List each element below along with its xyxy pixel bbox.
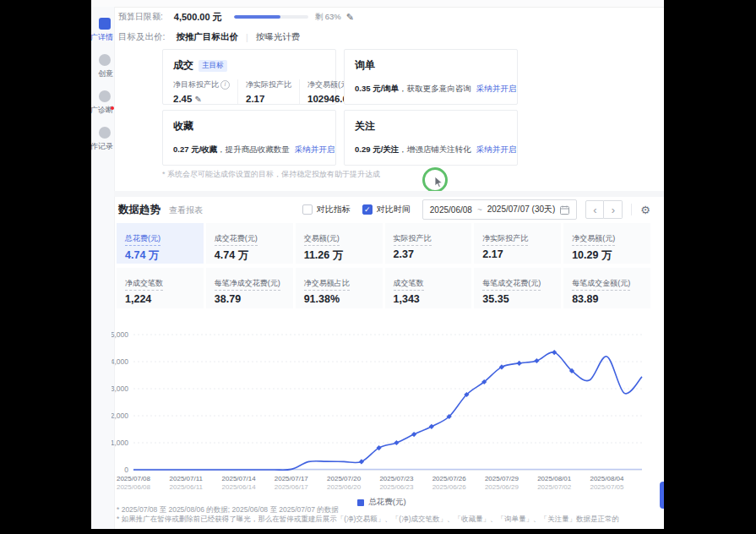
sidebar-item-操作记录[interactable]: 操作记录 bbox=[91, 127, 114, 152]
bidding-row: 目标及出价: 按推广目标出价 | 按曝光计费 bbox=[118, 31, 300, 43]
tab-divider: | bbox=[246, 32, 248, 42]
metric-card-value: 35.35 bbox=[482, 293, 552, 305]
goal-metric-label: 净目标投产比i bbox=[173, 79, 230, 90]
goal-card-price: 0.29 元/关注 bbox=[355, 144, 399, 154]
compare-time-label: 对比时间 bbox=[377, 204, 411, 215]
calendar-icon bbox=[560, 205, 569, 215]
metric-card-总花费(元)[interactable]: 总花费(元)4.74 万0.00 bbox=[117, 223, 204, 264]
adopt-and-enable-link[interactable]: 采纳并开启 bbox=[476, 84, 517, 93]
svg-text:2025/07/08: 2025/07/08 bbox=[117, 475, 151, 482]
svg-text:5,000: 5,000 bbox=[111, 330, 128, 339]
goal-card-title: 询单 bbox=[355, 58, 375, 73]
svg-text:2025/07/14: 2025/07/14 bbox=[222, 475, 257, 482]
trend-line-chart[interactable]: 01,0002,0003,0004,0005,0002025/07/082025… bbox=[111, 328, 652, 497]
metric-card-label: 每笔净成交花费(元) bbox=[215, 278, 280, 291]
metric-card-row: 净成交笔数1,2240每笔净成交花费(元)38.790.00净交易额占比91.3… bbox=[117, 268, 650, 308]
sidebar-item-推广详情[interactable]: 推广详情 bbox=[91, 18, 114, 43]
metric-card-compare-value: 0.00 bbox=[215, 307, 285, 308]
compare-time-toggle[interactable]: ✓ 对比时间 bbox=[362, 204, 411, 215]
svg-text:2025/06/14: 2025/06/14 bbox=[222, 483, 257, 491]
budget-amount: 4,500.00 元 bbox=[174, 11, 222, 24]
metric-card-实际投产比[interactable]: 实际投产比2.370.00 bbox=[385, 223, 472, 264]
side-drawer-pill[interactable] bbox=[660, 482, 664, 509]
sidebar-item-label: 推广诊断 bbox=[91, 105, 113, 116]
metric-card-净交易额(元)[interactable]: 净交易额(元)10.29 万0.00 bbox=[563, 223, 650, 264]
metric-card-label: 净实际投产比 bbox=[482, 233, 528, 246]
metric-card-每笔净成交花费(元)[interactable]: 每笔净成交花费(元)38.790.00 bbox=[206, 268, 293, 308]
metric-card-净实际投产比[interactable]: 净实际投产比2.170.00 bbox=[474, 223, 561, 264]
sidebar-item-推广诊断[interactable]: 推广诊断 bbox=[91, 90, 114, 116]
settings-gear-icon[interactable]: ⚙ bbox=[640, 204, 650, 216]
goal-card-关注[interactable]: 关注0.29 元/关注，增强店铺关注转化采纳并开启 bbox=[344, 110, 518, 166]
prev-period-button[interactable]: ‹ bbox=[585, 200, 604, 219]
goal-metric-value: 2.17 bbox=[246, 94, 291, 104]
controls-divider bbox=[631, 204, 632, 215]
edit-icon[interactable]: ✎ bbox=[194, 95, 201, 104]
metric-card-compare-value: 0 bbox=[394, 307, 464, 308]
metric-card-value: 38.79 bbox=[215, 293, 285, 305]
metric-card-label: 总花费(元) bbox=[125, 233, 160, 246]
adopt-and-enable-link[interactable]: 采纳并开启 bbox=[476, 144, 517, 154]
metric-card-成交花费(元)[interactable]: 成交花费(元)4.74 万0.00 bbox=[206, 223, 293, 264]
metric-card-label: 实际投产比 bbox=[394, 233, 432, 246]
section-separator bbox=[114, 191, 664, 197]
svg-text:2025/07/17: 2025/07/17 bbox=[275, 475, 309, 482]
next-period-button[interactable]: › bbox=[604, 200, 623, 219]
goal-card-title-row: 成交主目标 bbox=[173, 58, 325, 73]
date-range-start[interactable]: 2025/06/08 bbox=[430, 205, 472, 215]
view-report-link[interactable]: 查看报表 bbox=[169, 204, 203, 216]
bidding-label: 目标及出价: bbox=[118, 31, 165, 43]
goal-card-title: 成交 bbox=[173, 58, 193, 73]
budget-edit-icon[interactable]: ✎ bbox=[346, 12, 354, 23]
svg-text:2025/07/29: 2025/07/29 bbox=[485, 475, 519, 482]
budget-remaining-label: 剩 63% bbox=[315, 12, 341, 23]
compare-metric-label: 对比指标 bbox=[317, 204, 351, 215]
goal-metric-label: 净实际投产比 bbox=[246, 79, 291, 90]
metric-card-value: 91.38% bbox=[304, 293, 374, 305]
metric-card-净成交笔数[interactable]: 净成交笔数1,2240 bbox=[117, 268, 204, 308]
compare-metric-toggle[interactable]: 对比指标 bbox=[302, 204, 351, 215]
sidebar-item-icon bbox=[99, 127, 111, 139]
tab-bid-by-goal[interactable]: 按推广目标出价 bbox=[176, 31, 238, 43]
svg-text:1,000: 1,000 bbox=[111, 439, 128, 447]
metric-card-每笔成交金额(元)[interactable]: 每笔成交金额(元)83.890.00 bbox=[563, 268, 650, 308]
notification-dot bbox=[111, 106, 114, 110]
metric-card-label: 成交笔数 bbox=[394, 278, 424, 291]
goal-card-metrics: 净目标投产比i2.45✎净实际投产比2.17净交易额(元)102946.60 bbox=[173, 79, 325, 104]
date-range-picker[interactable]: 2025/06/08 ~ 2025/07/07 (30天) bbox=[422, 199, 578, 220]
goal-card-title-row: 关注 bbox=[355, 119, 507, 134]
metric-cards: 总花费(元)4.74 万0.00成交花费(元)4.74 万0.00交易额(元)1… bbox=[117, 223, 650, 313]
goal-card-description: 0.27 元/收藏，提升商品收藏数量采纳并开启 bbox=[173, 144, 325, 155]
info-icon[interactable]: i bbox=[220, 80, 230, 90]
sidebar-item-创意[interactable]: 创意 bbox=[91, 54, 114, 79]
metric-card-成交笔数[interactable]: 成交笔数1,3430 bbox=[385, 268, 472, 308]
svg-text:2025/06/26: 2025/06/26 bbox=[432, 483, 467, 491]
svg-text:4,000: 4,000 bbox=[111, 357, 128, 366]
sidebar-item-label: 创意 bbox=[91, 68, 113, 79]
compare-time-checkbox[interactable]: ✓ bbox=[362, 204, 373, 215]
goal-card-成交[interactable]: 成交主目标净目标投产比i2.45✎净实际投产比2.17净交易额(元)102946… bbox=[162, 49, 336, 105]
goal-card-收藏[interactable]: 收藏0.27 元/收藏，提升商品收藏数量采纳并开启 bbox=[162, 110, 336, 166]
svg-text:2,000: 2,000 bbox=[111, 411, 128, 420]
metric-card-value: 83.89 bbox=[572, 293, 642, 305]
goal-card-description: 0.35 元/询单，获取更多意向咨询采纳并开启 bbox=[355, 84, 507, 95]
svg-text:2025/06/17: 2025/06/17 bbox=[275, 483, 309, 491]
budget-progress-fill bbox=[234, 15, 280, 19]
tab-bid-by-impression[interactable]: 按曝光计费 bbox=[256, 31, 301, 43]
goal-card-title: 收藏 bbox=[173, 119, 193, 134]
date-range-end[interactable]: 2025/07/07 (30天) bbox=[487, 204, 556, 215]
metric-card-compare-value: 0.00 bbox=[482, 262, 552, 264]
metric-card-value: 2.17 bbox=[482, 248, 552, 260]
metric-card-value: 11.26 万 bbox=[304, 248, 374, 263]
metric-card-净交易额占比[interactable]: 净交易额占比91.38%0.00% bbox=[296, 268, 383, 308]
goal-card-询单[interactable]: 询单0.35 元/询单，获取更多意向咨询采纳并开启 bbox=[344, 49, 518, 105]
metric-card-每笔成交花费(元)[interactable]: 每笔成交花费(元)35.350.00 bbox=[474, 268, 561, 308]
goal-card-desc-text: ，获取更多意向咨询 bbox=[399, 84, 471, 93]
compare-metric-checkbox[interactable] bbox=[302, 204, 313, 215]
adopt-and-enable-link[interactable]: 采纳并开启 bbox=[295, 144, 335, 154]
trend-controls: 对比指标 ✓ 对比时间 2025/06/08 ~ 2025/07/07 (30天… bbox=[302, 199, 650, 220]
metric-card-label: 成交花费(元) bbox=[215, 233, 258, 246]
ad-campaign-settings-window: 推广详情创意推广诊断操作记录 预算日限额: 4,500.00 元 剩 63% ✎… bbox=[91, 0, 664, 529]
goal-card-desc-text: ，提升商品收藏数量 bbox=[217, 144, 290, 154]
metric-card-交易额(元)[interactable]: 交易额(元)11.26 万0.00 bbox=[296, 223, 383, 264]
